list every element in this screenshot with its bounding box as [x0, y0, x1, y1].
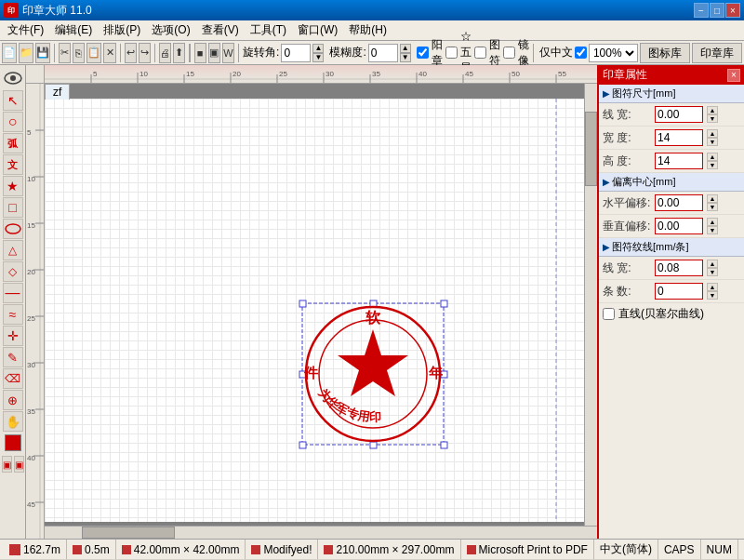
- panel-close-button[interactable]: ×: [727, 69, 740, 82]
- svg-text:30: 30: [27, 361, 35, 369]
- menu-help[interactable]: 帮助(H): [343, 20, 392, 40]
- tool-cross[interactable]: ✛: [3, 326, 23, 346]
- h-offset-label: 水平偏移:: [603, 195, 651, 211]
- tb-btn3[interactable]: W: [222, 43, 234, 63]
- menu-layout[interactable]: 排版(P): [98, 20, 146, 40]
- tool-triangle[interactable]: △: [3, 240, 23, 260]
- menu-edit[interactable]: 编辑(E): [49, 20, 98, 40]
- app-icon: 印: [4, 3, 19, 18]
- tool-circle[interactable]: ○: [3, 112, 23, 132]
- stripe-count-input[interactable]: [655, 283, 703, 300]
- yangzhang-checkbox[interactable]: [417, 47, 429, 59]
- tool-line[interactable]: —: [3, 283, 23, 303]
- canvas[interactable]: 软 件 年 为华军专用印: [45, 99, 597, 522]
- section2-arrow: ▶: [603, 177, 610, 187]
- h-offset-row: 水平偏移: ▲ ▼: [599, 192, 744, 215]
- menu-view[interactable]: 查看(V): [196, 20, 245, 40]
- tool-eraser[interactable]: ⌫: [3, 368, 23, 389]
- paste-button[interactable]: 📋: [86, 43, 101, 63]
- line-width2-spinner[interactable]: ▲ ▼: [707, 260, 718, 276]
- scale-spinner[interactable]: ▲▼: [400, 44, 411, 62]
- maximize-button[interactable]: □: [710, 3, 724, 18]
- tool-rect[interactable]: □: [3, 197, 23, 218]
- tool-pen[interactable]: ✎: [3, 347, 23, 367]
- scale-input[interactable]: [368, 44, 398, 62]
- fuhao-checkbox[interactable]: [474, 47, 486, 59]
- cut-button[interactable]: ✂: [59, 43, 71, 63]
- bezier-checkbox[interactable]: [603, 308, 615, 320]
- wuxing-checkbox[interactable]: [445, 47, 458, 59]
- h-offset-input[interactable]: [655, 194, 703, 211]
- bezier-label: 直线(贝塞尔曲线): [618, 306, 704, 322]
- menu-bar: 文件(F) 编辑(E) 排版(P) 选项(O) 查看(V) 工具(T) 窗口(W…: [0, 20, 744, 41]
- tool-star[interactable]: ★: [3, 176, 23, 196]
- tool-wave[interactable]: ≈: [3, 304, 23, 325]
- file-tab[interactable]: zf: [45, 84, 70, 100]
- h-offset-spinner[interactable]: ▲ ▼: [707, 194, 718, 211]
- tool-text[interactable]: 文: [3, 154, 23, 175]
- symbol-height-spinner[interactable]: ▲ ▼: [707, 153, 718, 169]
- tool-hand[interactable]: ✋: [3, 411, 23, 432]
- v-offset-spinner[interactable]: ▲ ▼: [707, 218, 718, 234]
- jingxiang-checkbox[interactable]: [503, 47, 515, 59]
- svg-text:为华军专用印: 为华军专用印: [315, 385, 381, 424]
- yangzhang-label: 阳章: [432, 37, 443, 69]
- line-width-label: 线 宽:: [603, 107, 651, 123]
- status-lang: 中文(简体): [594, 540, 658, 559]
- extra-btn1[interactable]: ▣: [2, 456, 12, 473]
- print-button[interactable]: 🖨: [159, 43, 171, 63]
- tb-btn2[interactable]: ▣: [208, 43, 220, 63]
- svg-rect-58: [441, 442, 447, 448]
- stamp-library-button[interactable]: 印章库: [692, 43, 742, 63]
- svg-text:35: 35: [372, 70, 380, 78]
- sep2: [120, 44, 121, 62]
- tool-diamond[interactable]: ◇: [3, 261, 23, 282]
- zoom-select[interactable]: 100% 75% 50% 150% 200%: [589, 44, 638, 62]
- symbol-width-spinner[interactable]: ▲ ▼: [707, 129, 718, 146]
- tool-zoom[interactable]: ⊕: [3, 390, 23, 410]
- svg-text:40: 40: [418, 70, 427, 78]
- menu-options[interactable]: 选项(O): [146, 20, 195, 40]
- new-button[interactable]: 📄: [2, 43, 17, 63]
- line-width-input[interactable]: [655, 106, 703, 123]
- tool-select[interactable]: ↖: [3, 90, 23, 111]
- fuhao-label: 图符: [489, 37, 500, 69]
- tool-oval[interactable]: [3, 219, 23, 239]
- rotate-label: 旋转角:: [243, 45, 279, 60]
- menu-tools[interactable]: 工具(T): [245, 20, 292, 40]
- tool-text-arc[interactable]: 弧: [3, 133, 23, 153]
- line-width2-label: 线 宽:: [603, 260, 651, 276]
- tb-btn1[interactable]: ■: [194, 43, 206, 63]
- line-width-spinner[interactable]: ▲ ▼: [707, 106, 718, 123]
- undo-button[interactable]: ↩: [125, 43, 137, 63]
- color-swatch[interactable]: [5, 434, 21, 451]
- scale-label: 模糊度:: [329, 45, 365, 60]
- minimize-button[interactable]: −: [694, 3, 709, 18]
- close-button[interactable]: ×: [725, 3, 740, 18]
- redo-button[interactable]: ↪: [139, 43, 151, 63]
- extra-btn2[interactable]: ▣: [14, 456, 24, 473]
- menu-window[interactable]: 窗口(W): [292, 20, 343, 40]
- rotate-spinner[interactable]: ▲▼: [312, 44, 324, 62]
- stripe-count-spinner[interactable]: ▲ ▼: [707, 283, 718, 300]
- icon-library-button[interactable]: 图标库: [640, 43, 690, 63]
- symbol-height-input[interactable]: [655, 153, 703, 169]
- v-offset-label: 垂直偏移:: [603, 219, 651, 234]
- open-button[interactable]: 📁: [19, 43, 33, 63]
- window-controls: − □ ×: [694, 3, 740, 18]
- v-scrollbar[interactable]: [584, 84, 597, 526]
- sep4: [189, 44, 190, 62]
- status-scrl: SCRL: [738, 540, 744, 559]
- line-width2-input[interactable]: [655, 260, 703, 276]
- menu-file[interactable]: 文件(F): [2, 20, 49, 40]
- export-button[interactable]: ⬆: [173, 43, 185, 63]
- copy-button[interactable]: ⎘: [73, 43, 85, 63]
- rotate-input[interactable]: [281, 44, 311, 62]
- v-offset-input[interactable]: [655, 218, 703, 234]
- h-scrollbar[interactable]: [45, 526, 597, 539]
- symbol-width-input[interactable]: [655, 129, 703, 146]
- zhongwen-checkbox[interactable]: [575, 47, 587, 59]
- eye-button[interactable]: [2, 67, 24, 89]
- save-button[interactable]: 💾: [35, 43, 50, 63]
- delete-button[interactable]: ✕: [103, 43, 115, 63]
